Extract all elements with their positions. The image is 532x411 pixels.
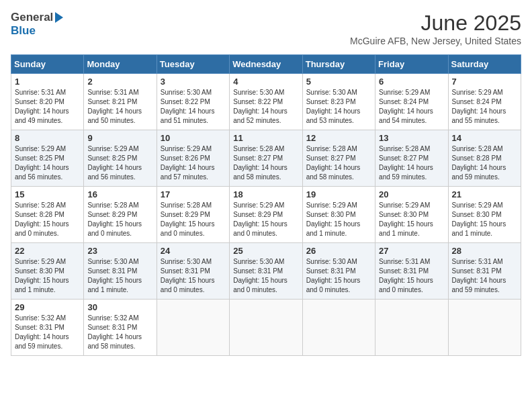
col-header-monday: Monday [84, 55, 157, 74]
location-title: McGuire AFB, New Jersey, United States [350, 36, 521, 46]
calendar-cell: 5Sunrise: 5:30 AMSunset: 8:23 PMDaylight… [302, 74, 375, 130]
calendar-cell: 14Sunrise: 5:28 AMSunset: 8:28 PMDayligh… [448, 130, 521, 187]
calendar-cell [375, 300, 448, 356]
day-info: Sunrise: 5:30 AMSunset: 8:31 PMDaylight:… [306, 257, 371, 295]
day-number: 27 [379, 246, 444, 256]
calendar-cell: 29Sunrise: 5:32 AMSunset: 8:31 PMDayligh… [11, 300, 84, 356]
day-number: 18 [233, 189, 298, 199]
day-info: Sunrise: 5:29 AMSunset: 8:25 PMDaylight:… [15, 144, 80, 182]
day-number: 28 [452, 246, 517, 256]
calendar-cell: 28Sunrise: 5:31 AMSunset: 8:31 PMDayligh… [448, 243, 521, 300]
day-info: Sunrise: 5:29 AMSunset: 8:29 PMDaylight:… [233, 201, 298, 238]
day-info: Sunrise: 5:29 AMSunset: 8:26 PMDaylight:… [161, 144, 226, 182]
calendar-cell: 23Sunrise: 5:30 AMSunset: 8:31 PMDayligh… [84, 243, 157, 300]
day-number: 6 [379, 77, 444, 87]
calendar-cell: 20Sunrise: 5:29 AMSunset: 8:30 PMDayligh… [375, 187, 448, 243]
day-info: Sunrise: 5:32 AMSunset: 8:31 PMDaylight:… [87, 314, 152, 351]
day-number: 4 [233, 77, 298, 87]
logo-blue-text: Blue [11, 24, 36, 38]
calendar-cell [230, 300, 302, 356]
day-number: 10 [161, 133, 226, 143]
day-info: Sunrise: 5:29 AMSunset: 8:24 PMDaylight:… [379, 88, 444, 126]
page-header: General Blue June 2025 McGuire AFB, New … [11, 11, 521, 46]
calendar-cell: 2Sunrise: 5:31 AMSunset: 8:21 PMDaylight… [84, 74, 157, 130]
day-number: 1 [15, 77, 80, 87]
day-number: 13 [379, 133, 444, 143]
day-number: 7 [452, 77, 517, 87]
day-number: 12 [306, 133, 371, 143]
month-title: June 2025 [350, 11, 521, 36]
day-info: Sunrise: 5:30 AMSunset: 8:23 PMDaylight:… [306, 88, 371, 126]
day-info: Sunrise: 5:28 AMSunset: 8:28 PMDaylight:… [15, 201, 80, 238]
day-info: Sunrise: 5:28 AMSunset: 8:29 PMDaylight:… [87, 201, 152, 238]
calendar-cell: 1Sunrise: 5:31 AMSunset: 8:20 PMDaylight… [11, 74, 84, 130]
day-info: Sunrise: 5:30 AMSunset: 8:22 PMDaylight:… [233, 88, 298, 126]
calendar-cell: 24Sunrise: 5:30 AMSunset: 8:31 PMDayligh… [157, 243, 229, 300]
logo-arrow-icon [55, 12, 63, 23]
calendar-cell: 4Sunrise: 5:30 AMSunset: 8:22 PMDaylight… [230, 74, 302, 130]
calendar-cell: 22Sunrise: 5:29 AMSunset: 8:30 PMDayligh… [11, 243, 84, 300]
day-info: Sunrise: 5:28 AMSunset: 8:28 PMDaylight:… [452, 144, 517, 182]
calendar-cell [157, 300, 229, 356]
col-header-friday: Friday [375, 55, 448, 74]
calendar-cell: 12Sunrise: 5:28 AMSunset: 8:27 PMDayligh… [302, 130, 375, 187]
day-info: Sunrise: 5:28 AMSunset: 8:29 PMDaylight:… [161, 201, 226, 238]
calendar-cell: 8Sunrise: 5:29 AMSunset: 8:25 PMDaylight… [11, 130, 84, 187]
calendar-cell: 9Sunrise: 5:29 AMSunset: 8:25 PMDaylight… [84, 130, 157, 187]
logo-general-text: General [11, 11, 53, 24]
day-info: Sunrise: 5:29 AMSunset: 8:25 PMDaylight:… [87, 144, 152, 182]
calendar-cell: 17Sunrise: 5:28 AMSunset: 8:29 PMDayligh… [157, 187, 229, 243]
day-number: 11 [233, 133, 298, 143]
day-number: 20 [379, 189, 444, 199]
day-info: Sunrise: 5:29 AMSunset: 8:30 PMDaylight:… [15, 257, 80, 295]
day-number: 2 [87, 77, 152, 87]
day-info: Sunrise: 5:29 AMSunset: 8:30 PMDaylight:… [306, 201, 371, 238]
calendar-cell: 7Sunrise: 5:29 AMSunset: 8:24 PMDaylight… [448, 74, 521, 130]
day-number: 26 [306, 246, 371, 256]
col-header-wednesday: Wednesday [230, 55, 302, 74]
day-number: 19 [306, 189, 371, 199]
day-number: 24 [161, 246, 226, 256]
day-number: 17 [161, 189, 226, 199]
calendar-table: SundayMondayTuesdayWednesdayThursdayFrid… [11, 54, 521, 356]
day-info: Sunrise: 5:32 AMSunset: 8:31 PMDaylight:… [15, 314, 80, 351]
day-number: 23 [87, 246, 152, 256]
day-number: 8 [15, 133, 80, 143]
calendar-cell [448, 300, 521, 356]
col-header-saturday: Saturday [448, 55, 521, 74]
calendar-cell: 27Sunrise: 5:31 AMSunset: 8:31 PMDayligh… [375, 243, 448, 300]
day-info: Sunrise: 5:30 AMSunset: 8:31 PMDaylight:… [87, 257, 152, 295]
day-number: 22 [15, 246, 80, 256]
day-info: Sunrise: 5:31 AMSunset: 8:31 PMDaylight:… [379, 257, 444, 295]
day-number: 16 [87, 189, 152, 199]
calendar-cell: 13Sunrise: 5:28 AMSunset: 8:27 PMDayligh… [375, 130, 448, 187]
day-info: Sunrise: 5:28 AMSunset: 8:27 PMDaylight:… [306, 144, 371, 182]
day-number: 9 [87, 133, 152, 143]
day-number: 15 [15, 189, 80, 199]
calendar-cell: 19Sunrise: 5:29 AMSunset: 8:30 PMDayligh… [302, 187, 375, 243]
calendar-cell [302, 300, 375, 356]
day-number: 14 [452, 133, 517, 143]
title-block: June 2025 McGuire AFB, New Jersey, Unite… [350, 11, 521, 46]
day-info: Sunrise: 5:31 AMSunset: 8:31 PMDaylight:… [452, 257, 517, 295]
day-number: 3 [161, 77, 226, 87]
logo: General Blue [11, 11, 63, 38]
calendar-cell: 18Sunrise: 5:29 AMSunset: 8:29 PMDayligh… [230, 187, 302, 243]
day-info: Sunrise: 5:29 AMSunset: 8:24 PMDaylight:… [452, 88, 517, 126]
day-info: Sunrise: 5:28 AMSunset: 8:27 PMDaylight:… [233, 144, 298, 182]
col-header-tuesday: Tuesday [157, 55, 229, 74]
col-header-sunday: Sunday [11, 55, 84, 74]
day-number: 5 [306, 77, 371, 87]
calendar-cell: 25Sunrise: 5:30 AMSunset: 8:31 PMDayligh… [230, 243, 302, 300]
col-header-thursday: Thursday [302, 55, 375, 74]
day-number: 30 [87, 302, 152, 312]
calendar-cell: 21Sunrise: 5:29 AMSunset: 8:30 PMDayligh… [448, 187, 521, 243]
day-info: Sunrise: 5:31 AMSunset: 8:20 PMDaylight:… [15, 88, 80, 126]
calendar-cell: 11Sunrise: 5:28 AMSunset: 8:27 PMDayligh… [230, 130, 302, 187]
day-info: Sunrise: 5:29 AMSunset: 8:30 PMDaylight:… [379, 201, 444, 238]
calendar-cell: 15Sunrise: 5:28 AMSunset: 8:28 PMDayligh… [11, 187, 84, 243]
day-info: Sunrise: 5:30 AMSunset: 8:31 PMDaylight:… [233, 257, 298, 295]
calendar-cell: 3Sunrise: 5:30 AMSunset: 8:22 PMDaylight… [157, 74, 229, 130]
day-number: 25 [233, 246, 298, 256]
day-info: Sunrise: 5:31 AMSunset: 8:21 PMDaylight:… [87, 88, 152, 126]
